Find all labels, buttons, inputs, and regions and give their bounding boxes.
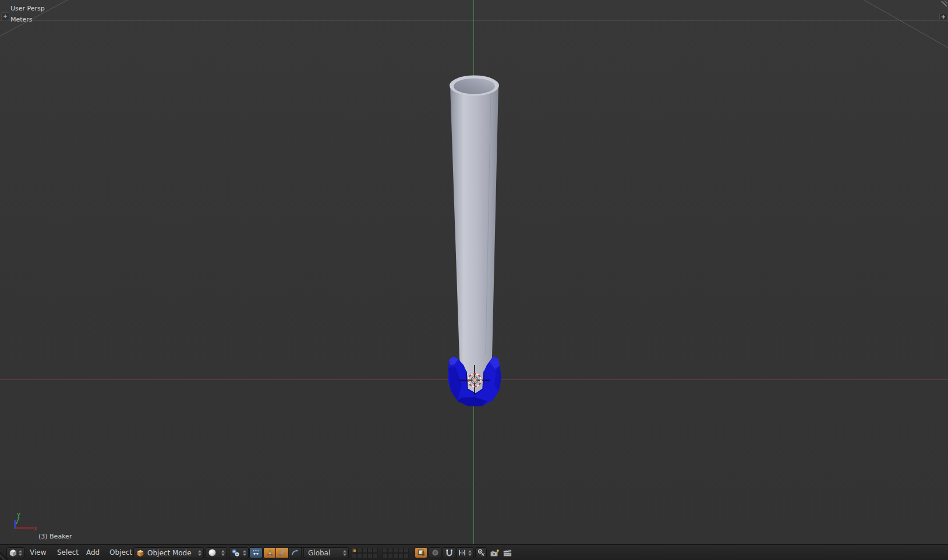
- layer-toggle[interactable]: [404, 548, 409, 553]
- editor-type-selector[interactable]: [6, 547, 24, 558]
- menu-add[interactable]: Add: [86, 548, 100, 557]
- viewport-editor-cube-icon: [9, 548, 17, 557]
- menu-object[interactable]: Object: [109, 548, 132, 557]
- viewport-header: View Select Add Object Object Mode: [0, 544, 948, 560]
- area-corner-grip: [942, 1, 947, 6]
- view-perspective-label: User Persp: [10, 5, 45, 12]
- proportional-edit-circle-icon: [431, 548, 440, 557]
- snap-magnet-icon: [445, 548, 454, 557]
- active-object-label: (3) Beaker: [38, 533, 72, 540]
- layer-toggle[interactable]: [383, 553, 388, 558]
- manipulator-translate-toggle[interactable]: [276, 547, 289, 558]
- layer-toggle[interactable]: [362, 548, 367, 553]
- opengl-render-animation-button[interactable]: [501, 547, 514, 558]
- layers-group-2: [383, 548, 409, 558]
- layer-toggle[interactable]: [367, 548, 373, 553]
- snap-target-icon: [477, 548, 486, 557]
- chevron-updown-icon: [221, 550, 225, 556]
- units-label: Meters: [10, 16, 33, 23]
- 3d-viewport[interactable]: User Persp Meters (3) Beaker: [0, 0, 948, 544]
- proportional-editing-dropdown[interactable]: [429, 547, 441, 558]
- layer-toggle[interactable]: [398, 553, 404, 558]
- axis-mini-gizmo: x y: [10, 510, 41, 533]
- snap-element-dropdown[interactable]: [456, 547, 474, 558]
- beaker-tube-body[interactable]: [450, 86, 498, 396]
- menu-view[interactable]: View: [30, 548, 46, 557]
- menu-select[interactable]: Select: [57, 548, 79, 557]
- chevron-updown-icon: [198, 550, 201, 556]
- layer-toggle[interactable]: [357, 553, 362, 558]
- chevron-updown-icon: [19, 550, 22, 556]
- layer-toggle[interactable]: [352, 548, 357, 553]
- layer-toggle[interactable]: [398, 548, 404, 553]
- beaker-object[interactable]: [428, 52, 515, 419]
- layer-toggle[interactable]: [362, 553, 367, 558]
- gizmo-y-label: y: [17, 511, 20, 518]
- rotate-arc-icon: [291, 548, 299, 557]
- properties-shelf-expand-button[interactable]: [939, 13, 947, 21]
- lock-to-scene-toggle[interactable]: [415, 547, 427, 558]
- manipulator-axis-icon: [266, 548, 274, 557]
- manipulator-widget-toggle[interactable]: [263, 547, 276, 558]
- snap-target-dropdown[interactable]: [475, 547, 487, 558]
- layer-toggle[interactable]: [388, 553, 393, 558]
- solid-shading-sphere-icon: [208, 548, 217, 557]
- layer-toggle[interactable]: [357, 548, 362, 553]
- beaker-rim-inner: [454, 79, 495, 94]
- toolshelf-expand-button[interactable]: [1, 12, 9, 20]
- median-point-pivot-icon: [231, 548, 240, 557]
- manipulate-center-points-icon: [252, 548, 260, 557]
- layer-toggle[interactable]: [352, 553, 357, 558]
- opengl-render-camera-icon: [490, 548, 500, 558]
- plus-icon: [2, 13, 9, 20]
- layers-group-1: [352, 548, 378, 558]
- chevron-updown-icon: [343, 550, 346, 556]
- viewport-shading-dropdown[interactable]: [206, 547, 227, 558]
- translate-arrow-icon: [278, 548, 286, 557]
- chevron-updown-icon: [468, 550, 472, 556]
- pivot-point-dropdown[interactable]: [229, 547, 249, 558]
- gizmo-x-label: x: [34, 525, 37, 531]
- mode-value: Object Mode: [147, 549, 192, 557]
- opengl-render-clapper-icon: [503, 548, 512, 558]
- layer-toggle[interactable]: [388, 548, 393, 553]
- orientation-dropdown[interactable]: Global: [303, 547, 349, 558]
- layer-toggle[interactable]: [393, 548, 398, 553]
- plus-icon: [940, 13, 947, 20]
- opengl-render-button[interactable]: [488, 547, 501, 558]
- mode-dropdown[interactable]: Object Mode: [133, 547, 204, 558]
- layer-toggle[interactable]: [373, 548, 378, 553]
- snap-toggle[interactable]: [443, 547, 455, 558]
- manipulator-rotate-toggle[interactable]: [289, 547, 302, 558]
- layer-toggle[interactable]: [367, 553, 373, 558]
- layer-toggle[interactable]: [404, 553, 409, 558]
- snap-increment-icon: [458, 548, 466, 557]
- gizmo-y-axis: [16, 517, 19, 524]
- layer-toggle[interactable]: [373, 553, 378, 558]
- orientation-value: Global: [308, 549, 330, 557]
- chevron-updown-icon: [243, 550, 246, 556]
- blender-window: User Persp Meters (3) Beaker: [0, 0, 948, 560]
- lock-to-scene-icon: [417, 548, 426, 557]
- object-mode-cube-icon: [136, 549, 144, 557]
- manipulate-centers-toggle[interactable]: [249, 547, 263, 558]
- layer-toggle[interactable]: [383, 548, 388, 553]
- layer-toggle[interactable]: [393, 553, 398, 558]
